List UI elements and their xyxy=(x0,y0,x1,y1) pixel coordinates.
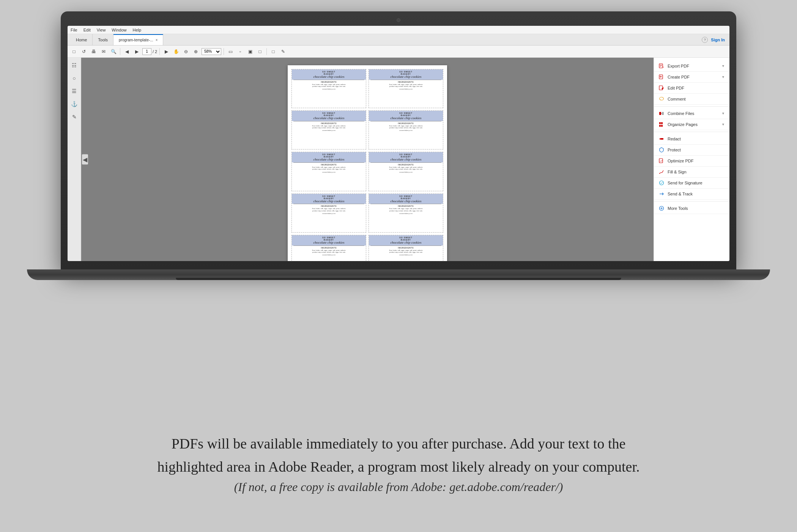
page-prev-arrow[interactable]: ◀ xyxy=(82,154,88,165)
card-header-8: SO SWEETBAKERY chocolate chip cookies xyxy=(369,194,443,204)
panel-export-pdf[interactable]: Export PDF ▼ xyxy=(654,61,729,72)
combine-icon xyxy=(658,110,665,116)
more-tools-label: More Tools xyxy=(668,206,725,211)
card-product-2: chocolate chip cookies xyxy=(371,75,441,79)
card-ing-text-10: flour, butter, milk, eggs, sugar, salt, … xyxy=(371,249,441,253)
toolbar-comment-btn[interactable]: □ xyxy=(269,47,277,56)
card-header-6: SO SWEETBAKERY chocolate chip cookies xyxy=(369,152,443,162)
card-website-10: sosweetbakery.com xyxy=(371,254,441,256)
toolbar-hand-btn[interactable]: ✋ xyxy=(172,47,180,56)
card-product-5: chocolate chip cookies xyxy=(294,158,364,162)
toolbar-fit-width-btn[interactable]: ▫ xyxy=(236,47,244,56)
card-product-8: chocolate chip cookies xyxy=(371,200,441,203)
panel-send-signature[interactable]: Send for Signature xyxy=(654,178,729,189)
card-ing-text-2: flour, butter, milk, eggs, sugar, salt, … xyxy=(371,83,441,87)
panel-create-pdf[interactable]: Create PDF ▼ xyxy=(654,72,729,83)
sidebar-page-thumbnail-icon[interactable]: ☷ xyxy=(70,61,79,70)
toolbar-fit-page-btn[interactable]: ▭ xyxy=(226,47,235,56)
export-pdf-icon xyxy=(658,63,665,69)
toolbar-pen-btn[interactable]: ✎ xyxy=(279,47,287,56)
page-nav: / 2 xyxy=(142,48,157,55)
card-bakery-8: SO SWEETBAKERY xyxy=(371,195,441,200)
toolbar-next-btn[interactable]: ▶ xyxy=(132,47,141,56)
card-website-8: sosweetbakery.com xyxy=(371,212,441,214)
send-signature-icon xyxy=(658,180,665,186)
sidebar-attachment-icon[interactable]: ⚓ xyxy=(70,99,79,109)
toolbar-zoom-in-btn[interactable]: ⊕ xyxy=(192,47,200,56)
panel-edit-pdf[interactable]: Edit PDF xyxy=(654,83,729,94)
cookie-card-2: SO SWEETBAKERY chocolate chip cookies IN… xyxy=(369,69,443,108)
fill-sign-label: Fill & Sign xyxy=(668,170,725,174)
tab-file[interactable]: program-template-... × xyxy=(113,34,163,45)
send-track-label: Send & Track xyxy=(668,192,725,196)
fill-sign-icon xyxy=(658,169,665,175)
card-website-4: sosweetbakery.com xyxy=(371,129,441,131)
help-icon[interactable]: ? xyxy=(702,37,708,43)
card-body-1: INGREDIENTS flour, butter, milk, eggs, s… xyxy=(292,80,366,108)
main-area: ☷ ○ ☰ ⚓ ✎ ◀ SO SWEETBAKERY xyxy=(68,58,729,261)
card-ing-text-8: flour, butter, milk, eggs, sugar, salt, … xyxy=(371,208,441,211)
svg-point-18 xyxy=(659,173,660,174)
toolbar-forms-btn[interactable]: □ xyxy=(256,47,264,56)
card-ing-text-5: flour, butter, milk, eggs, sugar, salt, … xyxy=(294,166,364,170)
toolbar-create-btn[interactable]: □ xyxy=(70,47,78,56)
panel-send-track[interactable]: Send & Track xyxy=(654,189,729,200)
toolbar-rotate-btn[interactable]: ▣ xyxy=(246,47,254,56)
panel-combine[interactable]: Combine Files ▼ xyxy=(654,108,729,119)
sidebar-layers-icon[interactable]: ☰ xyxy=(70,87,79,96)
tab-tools[interactable]: Tools xyxy=(93,34,113,45)
card-header-7: SO SWEETBAKERY chocolate chip cookies xyxy=(292,194,366,204)
tab-home[interactable]: Home xyxy=(71,34,93,45)
menu-file[interactable]: File xyxy=(71,28,77,32)
page-number-input[interactable] xyxy=(142,48,151,55)
cookie-card-8: SO SWEETBAKERY chocolate chip cookies IN… xyxy=(369,194,443,233)
card-product-7: chocolate chip cookies xyxy=(294,200,364,203)
card-header-1: SO SWEETBAKERY chocolate chip cookies xyxy=(292,69,366,80)
panel-more-tools[interactable]: More Tools xyxy=(654,203,729,214)
card-website-3: sosweetbakery.com xyxy=(294,129,364,131)
toolbar-print-btn[interactable]: 🖶 xyxy=(90,47,98,56)
acrobat-ui: File Edit View Window Help Home Tools pr… xyxy=(68,26,729,261)
card-product-9: chocolate chip cookies xyxy=(294,241,364,245)
panel-fill-sign[interactable]: Fill & Sign xyxy=(654,167,729,178)
panel-sep3 xyxy=(654,201,729,201)
sidebar-bookmark-icon[interactable]: ○ xyxy=(70,74,79,83)
panel-redact[interactable]: Redact xyxy=(654,134,729,145)
laptop-camera xyxy=(397,18,400,22)
pdf-page: SO SWEETBAKERY chocolate chip cookies IN… xyxy=(288,65,447,261)
card-ing-title-5: INGREDIENTS xyxy=(294,164,364,166)
redact-label: Redact xyxy=(668,137,725,141)
cookie-card-5: SO SWEETBAKERY chocolate chip cookies IN… xyxy=(291,152,366,191)
menu-edit[interactable]: Edit xyxy=(83,28,91,32)
panel-protect[interactable]: Protect xyxy=(654,145,729,156)
panel-organize[interactable]: Organize Pages ▼ xyxy=(654,119,729,130)
card-website-5: sosweetbakery.com xyxy=(294,171,364,173)
card-header-3: SO SWEETBAKERY chocolate chip cookies xyxy=(292,111,366,121)
sidebar-signature-icon[interactable]: ✎ xyxy=(70,112,79,121)
toolbar-select-btn[interactable]: ▶ xyxy=(162,47,170,56)
zoom-select[interactable]: 58% 75% 100% 125% xyxy=(202,48,221,55)
toolbar-email-btn[interactable]: ✉ xyxy=(99,47,108,56)
panel-sep1 xyxy=(654,106,729,107)
card-body-6: INGREDIENTS flour, butter, milk, eggs, s… xyxy=(369,163,443,190)
svg-rect-10 xyxy=(662,112,664,115)
svg-point-8 xyxy=(660,97,664,100)
comment-label: Comment xyxy=(668,97,725,101)
card-ing-title-3: INGREDIENTS xyxy=(294,123,364,124)
menu-view[interactable]: View xyxy=(97,28,106,32)
menu-window[interactable]: Window xyxy=(112,28,126,32)
svg-rect-9 xyxy=(659,112,661,115)
toolbar-zoom-out-btn[interactable]: ⊖ xyxy=(182,47,190,56)
combine-label: Combine Files xyxy=(668,111,718,116)
toolbar-search-btn[interactable]: 🔍 xyxy=(109,47,118,56)
toolbar-back-btn[interactable]: ↺ xyxy=(80,47,88,56)
sign-in-area: ? Sign In xyxy=(702,34,726,45)
toolbar-prev-btn[interactable]: ◀ xyxy=(123,47,131,56)
create-pdf-label: Create PDF xyxy=(668,75,718,79)
create-pdf-arrow: ▼ xyxy=(721,75,725,79)
tab-close-btn[interactable]: × xyxy=(156,38,158,42)
sign-in-button[interactable]: Sign In xyxy=(711,38,725,42)
panel-optimize[interactable]: Optimize PDF xyxy=(654,156,729,167)
menu-help[interactable]: Help xyxy=(132,28,141,32)
panel-comment[interactable]: Comment xyxy=(654,94,729,105)
